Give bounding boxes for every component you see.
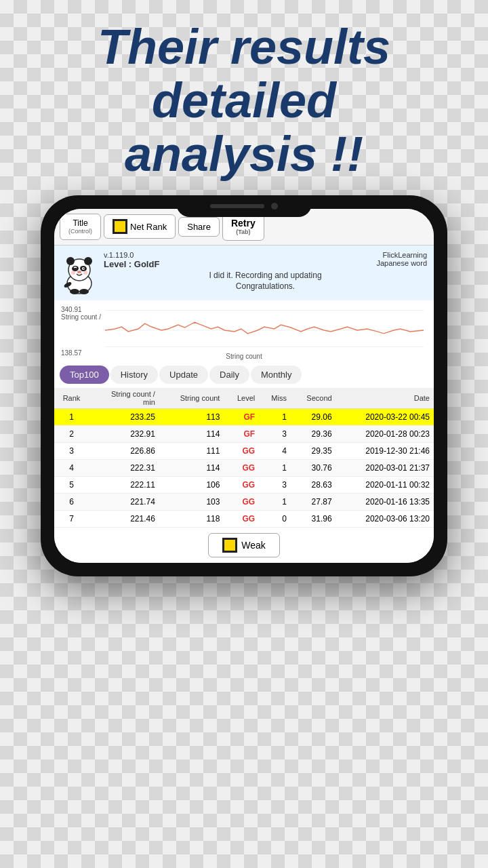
table-cell: 4 (259, 443, 291, 460)
table-cell: 3 (259, 426, 291, 443)
table-row: 6221.74103GG127.872020-01-16 13:35 (54, 494, 434, 511)
table-cell: 29.06 (291, 409, 336, 426)
chart-svg (105, 303, 424, 354)
notch-speaker (210, 204, 264, 208)
tab-daily[interactable]: Daily (209, 366, 249, 384)
info-message2: Congratulations. (104, 281, 427, 291)
chart-y-labels: 340.91 String count / 138.57 (61, 306, 101, 357)
table-cell: 6 (54, 494, 89, 511)
headline-line3: analysis !! (27, 127, 461, 181)
table-cell: 2020-01-16 13:35 (336, 494, 434, 511)
brand-label: FlickLearning (383, 251, 427, 259)
table-body: 1233.25113GF129.062020-03-22 00:452232.9… (54, 409, 434, 528)
table-cell: 103 (159, 494, 224, 511)
table-cell: 5 (54, 477, 89, 494)
chart-y-bottom: 138.57 (61, 349, 101, 357)
table-cell: 113 (159, 409, 224, 426)
info-top-row: v.1.119.0 FlickLearning (104, 251, 427, 259)
table-cell: GF (224, 409, 259, 426)
table-cell: GG (224, 477, 259, 494)
netrank-button[interactable]: Net Rank (104, 214, 176, 239)
table-cell: GG (224, 443, 259, 460)
level-label: Level : GoldF (104, 259, 159, 269)
table-cell: 222.11 (89, 477, 159, 494)
table-row: 5222.11106GG328.632020-01-11 00:32 (54, 477, 434, 494)
share-button[interactable]: Share (178, 217, 220, 237)
table-cell: 221.46 (89, 511, 159, 528)
headline-line2: detailed (27, 74, 461, 127)
table-cell: 3 (54, 443, 89, 460)
chart-y-top: 340.91 (61, 306, 101, 313)
header-date: Date (336, 388, 434, 409)
table-cell: 2020-03-06 13:20 (336, 511, 434, 528)
headline: Their results detailed analysis !! (0, 0, 488, 189)
info-text: v.1.119.0 FlickLearning Level : GoldF Ja… (104, 251, 427, 291)
version-label: v.1.119.0 (104, 251, 134, 259)
header-miss: Miss (259, 388, 291, 409)
table-cell: GF (224, 426, 259, 443)
tab-monthly[interactable]: Monthly (251, 366, 302, 384)
netrank-icon (113, 219, 127, 234)
table-cell: 2020-03-22 00:45 (336, 409, 434, 426)
tab-update[interactable]: Update (159, 366, 208, 384)
table-header-row: Rank String count /min String count Leve… (54, 388, 434, 409)
table-cell: 1 (259, 409, 291, 426)
table-cell: 114 (159, 460, 224, 477)
weak-icon (222, 538, 237, 553)
table-cell: 2019-12-30 21:46 (336, 443, 434, 460)
table-cell: 7 (54, 511, 89, 528)
table-row: 1233.25113GF129.062020-03-22 00:45 (54, 409, 434, 426)
phone-mockup: Title (Control) Net Rank Share Retry (Ta… (41, 195, 447, 577)
table-row: 2232.91114GF329.362020-01-28 00:23 (54, 426, 434, 443)
table-cell: 2020-01-11 00:32 (336, 477, 434, 494)
title-button[interactable]: Title (Control) (60, 214, 101, 240)
language-label: Japanese word (376, 259, 427, 269)
retry-button[interactable]: Retry (Tab) (222, 213, 264, 241)
table-cell: 106 (159, 477, 224, 494)
table-row: 4222.31114GG130.762020-03-01 21:37 (54, 460, 434, 477)
notch-camera (271, 203, 278, 210)
info-section: v.1.119.0 FlickLearning Level : GoldF Ja… (54, 245, 434, 300)
table-cell: 1 (54, 409, 89, 426)
table-cell: GG (224, 460, 259, 477)
header-level: Level (224, 388, 259, 409)
info-message: I did it. Recording and updating (104, 271, 427, 280)
table-cell: 118 (159, 511, 224, 528)
table-cell: 4 (54, 460, 89, 477)
svg-point-12 (70, 289, 79, 294)
svg-point-7 (83, 268, 85, 269)
data-table: Rank String count /min String count Leve… (54, 388, 434, 528)
svg-point-10 (83, 271, 87, 275)
header-count: String count (159, 388, 224, 409)
tab-row: Top100 History Update Daily Monthly (54, 361, 434, 388)
tab-top100[interactable]: Top100 (60, 366, 109, 384)
table-cell: 221.74 (89, 494, 159, 511)
table-cell: 0 (259, 511, 291, 528)
table-row: 7221.46118GG031.962020-03-06 13:20 (54, 511, 434, 528)
table-cell: 29.35 (291, 443, 336, 460)
chart-x-label: String count (226, 353, 262, 360)
chart-y-label: String count / (61, 313, 101, 321)
svg-point-8 (77, 271, 81, 273)
table-cell: 226.86 (89, 443, 159, 460)
table-cell: 232.91 (89, 426, 159, 443)
tab-history[interactable]: History (110, 366, 158, 384)
svg-point-13 (79, 289, 89, 294)
table-cell: 1 (259, 460, 291, 477)
weak-row: Weak (54, 528, 434, 563)
table-cell: GG (224, 494, 259, 511)
table-cell: 28.63 (291, 477, 336, 494)
svg-point-3 (84, 257, 92, 265)
table-cell: 30.76 (291, 460, 336, 477)
info-second-row: Level : GoldF Japanese word (104, 259, 427, 269)
table-cell: 1 (259, 494, 291, 511)
weak-button[interactable]: Weak (208, 533, 280, 557)
table-cell: 2020-01-28 00:23 (336, 426, 434, 443)
weak-label: Weak (241, 540, 266, 551)
table-cell: 31.96 (291, 511, 336, 528)
table-cell: 222.31 (89, 460, 159, 477)
header-spm: String count /min (89, 388, 159, 409)
svg-point-2 (66, 257, 75, 265)
table-cell: 3 (259, 477, 291, 494)
headline-line1: Their results (27, 20, 461, 74)
